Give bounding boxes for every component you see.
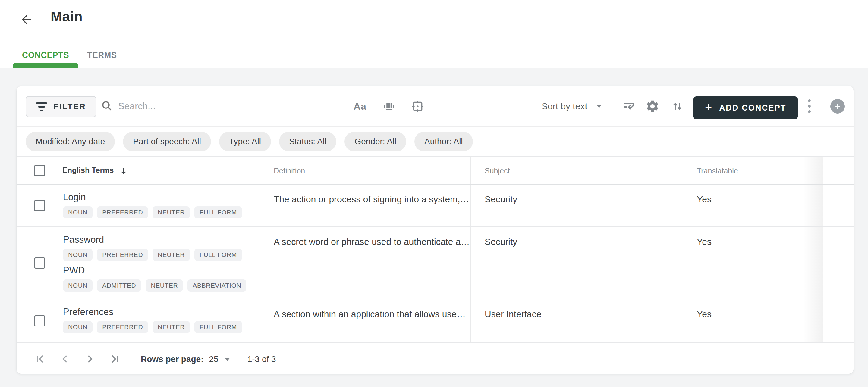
first-page-button[interactable]: [33, 352, 47, 366]
term-badges: NOUN PREFERRED NEUTER FULL FORM: [63, 249, 254, 261]
table-header: English Terms Definition Subject Transla…: [17, 157, 854, 185]
badge-type: FULL FORM: [194, 249, 242, 261]
barcode-icon[interactable]: [382, 100, 396, 113]
target-frame-icon[interactable]: [411, 99, 425, 113]
chip-gender[interactable]: Gender: All: [344, 132, 406, 152]
pinned-column-spacer: [823, 157, 854, 184]
active-tab-indicator: [13, 63, 78, 68]
column-header-definition: Definition: [260, 157, 470, 184]
sort-desc-icon: [119, 166, 129, 178]
header-checkbox-cell: [17, 157, 62, 184]
add-concept-label: ADD CONCEPT: [719, 103, 786, 112]
plus-icon: +: [835, 101, 841, 111]
tab-concepts[interactable]: CONCEPTS: [13, 42, 78, 68]
caret-down-icon: [596, 104, 602, 108]
term-badges: NOUN ADMITTED NEUTER ABBREVIATION: [63, 280, 254, 292]
table-row[interactable]: Password NOUN PREFERRED NEUTER FULL FORM…: [17, 227, 854, 299]
filter-icon: [36, 102, 47, 111]
tab-terms-label: TERMS: [87, 51, 117, 60]
term-name: PWD: [63, 265, 254, 276]
chip-part-of-speech[interactable]: Part of speech: All: [123, 132, 211, 152]
row-checkbox[interactable]: [34, 200, 45, 211]
english-terms-cell: Login NOUN PREFERRED NEUTER FULL FORM: [62, 185, 260, 226]
badge-status: PREFERRED: [97, 206, 148, 218]
badge-status: PREFERRED: [97, 249, 148, 261]
badge-type: FULL FORM: [194, 321, 242, 333]
badge-gender: NEUTER: [146, 280, 183, 292]
english-terms-cell: Password NOUN PREFERRED NEUTER FULL FORM…: [62, 227, 260, 299]
concepts-card: FILTER Aa: [17, 86, 854, 374]
translatable-cell: Yes: [682, 227, 823, 299]
chip-author[interactable]: Author: All: [414, 132, 473, 152]
pinned-column-spacer: [823, 185, 854, 226]
rows-per-page-select[interactable]: 25: [209, 354, 230, 364]
translatable-cell: Yes: [682, 185, 823, 226]
badge-gender: NEUTER: [153, 249, 190, 261]
badge-status: PREFERRED: [97, 321, 148, 333]
badge-gender: NEUTER: [153, 321, 190, 333]
chip-type[interactable]: Type: All: [219, 132, 271, 152]
chip-modified[interactable]: Modified: Any date: [26, 132, 115, 152]
definition-cell: A section within an application that all…: [260, 299, 470, 342]
table-row[interactable]: Preferences NOUN PREFERRED NEUTER FULL F…: [17, 299, 854, 343]
chip-status[interactable]: Status: All: [279, 132, 337, 152]
definition-cell: A secret word or phrase used to authenti…: [260, 227, 470, 299]
add-concept-button[interactable]: + ADD CONCEPT: [693, 96, 798, 119]
back-arrow-icon: [19, 23, 34, 28]
definition-cell: The action or process of signing into a …: [260, 185, 470, 226]
row-checkbox[interactable]: [34, 315, 45, 326]
caret-down-icon: [224, 358, 230, 361]
pinned-column-spacer: [823, 227, 854, 299]
search-input[interactable]: [118, 101, 305, 112]
subject-cell: Security: [470, 185, 682, 226]
tab-concepts-label: CONCEPTS: [22, 51, 69, 60]
term-badges: NOUN PREFERRED NEUTER FULL FORM: [63, 321, 254, 333]
content-area: FILTER Aa: [0, 68, 868, 387]
prev-page-button[interactable]: [58, 352, 72, 366]
sort-dropdown[interactable]: Sort by text: [541, 101, 602, 111]
add-circle-button[interactable]: +: [830, 99, 845, 114]
match-case-icon[interactable]: Aa: [353, 101, 367, 112]
wrap-text-icon[interactable]: [622, 99, 636, 114]
chevron-right-icon: [83, 352, 96, 366]
row-checkbox[interactable]: [34, 258, 45, 269]
kebab-menu-icon[interactable]: [803, 97, 816, 115]
tab-terms[interactable]: TERMS: [78, 42, 126, 68]
badge-type: FULL FORM: [194, 206, 242, 218]
badge-type: ABBREVIATION: [187, 280, 246, 292]
back-button[interactable]: [19, 12, 34, 28]
subject-cell: User Interface: [470, 299, 682, 342]
tab-bar: CONCEPTS TERMS: [13, 42, 126, 68]
english-terms-cell: Preferences NOUN PREFERRED NEUTER FULL F…: [62, 299, 260, 342]
filter-chips-row: Modified: Any date Part of speech: All T…: [17, 127, 854, 157]
first-page-icon: [34, 352, 47, 366]
term-badges: NOUN PREFERRED NEUTER FULL FORM: [63, 206, 254, 218]
sort-order-icon[interactable]: [671, 99, 684, 113]
filter-button-label: FILTER: [54, 102, 86, 111]
table-row[interactable]: Login NOUN PREFERRED NEUTER FULL FORM Th…: [17, 185, 854, 227]
filter-button[interactable]: FILTER: [26, 96, 96, 117]
settings-gear-icon[interactable]: [645, 99, 660, 114]
pinned-column-spacer: [823, 299, 854, 342]
last-page-icon: [108, 352, 121, 366]
badge-pos: NOUN: [63, 321, 93, 333]
page-title: Main: [51, 8, 83, 25]
last-page-button[interactable]: [107, 352, 121, 366]
next-page-button[interactable]: [83, 352, 97, 366]
badge-pos: NOUN: [63, 280, 93, 292]
term-name: Password: [63, 234, 254, 245]
term-name: Login: [63, 192, 254, 203]
badge-pos: NOUN: [63, 249, 93, 261]
page-header: Main CONCEPTS TERMS: [0, 0, 868, 68]
term-name: Preferences: [63, 307, 254, 317]
column-header-english-terms[interactable]: English Terms: [62, 157, 260, 184]
plus-icon: +: [705, 101, 712, 113]
badge-status: ADMITTED: [97, 280, 141, 292]
column-header-translatable: Translatable: [682, 157, 823, 184]
select-all-checkbox[interactable]: [34, 165, 45, 176]
translatable-cell: Yes: [682, 299, 823, 342]
toolbar: FILTER Aa: [17, 86, 854, 127]
rows-per-page-label: Rows per page:: [141, 354, 204, 364]
subject-cell: Security: [470, 227, 682, 299]
chevron-left-icon: [59, 352, 72, 366]
